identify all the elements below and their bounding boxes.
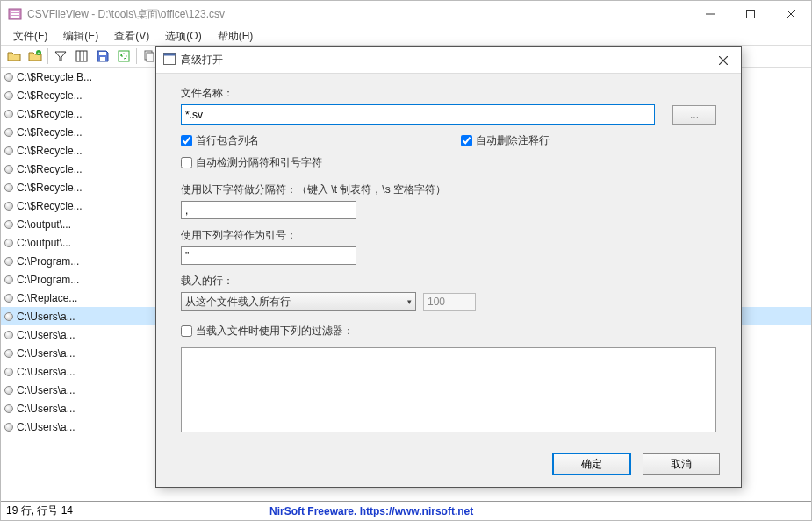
row-icon [4, 110, 13, 118]
svg-rect-13 [99, 52, 106, 55]
quote-input[interactable] [181, 246, 356, 265]
load-lines-label: 载入的行： [181, 274, 716, 289]
row-icon [4, 257, 13, 266]
row-icon [4, 294, 13, 303]
menu-help[interactable]: 帮助(H) [211, 27, 261, 46]
svg-rect-17 [147, 53, 154, 61]
row-icon [4, 312, 13, 321]
row-icon [4, 91, 13, 100]
row-path: C:\Program... [17, 255, 79, 268]
row-path: C:\Replace... [17, 292, 77, 304]
cancel-button[interactable]: 取消 [643, 453, 720, 475]
menu-edit[interactable]: 编辑(E) [56, 27, 105, 46]
svg-rect-1 [11, 11, 19, 12]
dialog-titlebar: 高级打开 [156, 47, 741, 74]
row-icon [4, 275, 13, 284]
svg-rect-15 [119, 51, 129, 61]
row-path: C:\$Recycle... [17, 108, 83, 120]
row-icon [4, 368, 13, 376]
row-path: C:\output\... [17, 218, 71, 231]
row-path: C:\$Recycle... [17, 145, 83, 157]
statusbar: 19 行, 行号 14 NirSoft Freeware. https://ww… [1, 501, 811, 520]
titlebar: CSVFileView - D:\tools\桌面\office\123.csv [1, 1, 811, 27]
row-path: C:\Users\a... [17, 384, 75, 396]
row-icon [4, 183, 13, 192]
row-icon [4, 386, 13, 395]
columns-icon[interactable] [72, 46, 91, 66]
save-icon[interactable] [93, 46, 112, 66]
row-icon [4, 239, 13, 247]
menu-file[interactable]: 文件(F) [6, 27, 54, 46]
refresh-icon[interactable] [114, 46, 133, 66]
svg-rect-3 [11, 16, 19, 18]
chevron-down-icon: ▾ [407, 297, 412, 306]
open-icon[interactable] [4, 46, 24, 66]
row-icon [4, 202, 13, 211]
dialog-icon [163, 53, 176, 68]
open-plus-icon[interactable]: + [25, 46, 45, 66]
filename-label: 文件名称： [181, 86, 716, 101]
advanced-open-dialog: 高级打开 文件名称： ... 首行包含列名 自动删除注释行 自动检测分隔符和引号… [155, 46, 742, 488]
row-path: C:\Users\a... [17, 366, 75, 378]
row-icon [4, 349, 13, 358]
svg-rect-2 [11, 13, 19, 15]
row-path: C:\Users\a... [17, 310, 75, 323]
svg-text:+: + [38, 50, 40, 55]
minimize-button[interactable] [690, 1, 730, 27]
row-icon [4, 165, 13, 174]
row-icon [4, 220, 13, 229]
load-lines-count-input[interactable] [423, 293, 476, 311]
ok-button[interactable]: 确定 [553, 453, 630, 475]
row-path: C:\Users\a... [17, 421, 75, 433]
load-lines-dropdown[interactable]: 从这个文件载入所有行 ▾ [181, 292, 416, 311]
row-path: C:\Users\a... [17, 403, 75, 415]
row-path: C:\$Recycle.B... [17, 71, 92, 83]
toolbar-separator [47, 48, 48, 64]
browse-button[interactable]: ... [672, 105, 716, 125]
row-path: C:\$Recycle... [17, 89, 83, 102]
status-left: 19 行, 行号 14 [6, 503, 269, 518]
status-link[interactable]: NirSoft Freeware. https://www.nirsoft.ne… [269, 505, 473, 517]
auto-detect-checkbox[interactable]: 自动检测分隔符和引号字符 [181, 155, 716, 170]
row-icon [4, 331, 13, 339]
close-button[interactable] [771, 1, 811, 27]
maximize-button[interactable] [730, 1, 771, 27]
row-icon [4, 146, 13, 155]
svg-rect-14 [100, 57, 105, 61]
filter-textarea[interactable] [181, 347, 716, 432]
toolbar-separator [136, 48, 137, 64]
svg-rect-10 [76, 51, 87, 61]
use-filter-checkbox[interactable]: 当载入文件时使用下列的过滤器： [181, 324, 716, 339]
dialog-close-button[interactable] [706, 47, 741, 74]
window-title: CSVFileView - D:\tools\桌面\office\123.csv [27, 7, 690, 22]
row-icon [4, 423, 13, 432]
row-icon [4, 73, 13, 82]
delimiter-input[interactable] [181, 201, 356, 219]
menu-options[interactable]: 选项(O) [158, 27, 208, 46]
row-path: C:\$Recycle... [17, 182, 83, 194]
filter-icon[interactable] [51, 46, 70, 66]
quote-label: 使用下列字符作为引号： [181, 228, 716, 243]
row-path: C:\$Recycle... [17, 126, 83, 139]
row-path: C:\Program... [17, 274, 79, 286]
dialog-title: 高级打开 [181, 53, 706, 68]
menu-view[interactable]: 查看(V) [107, 27, 156, 46]
svg-rect-5 [747, 11, 755, 18]
row-icon [4, 128, 13, 137]
filename-input[interactable] [181, 104, 655, 125]
svg-rect-19 [164, 54, 176, 56]
delimiter-label: 使用以下字符做分隔符：（键入 \t 制表符，\s 空格字符） [181, 182, 716, 197]
row-path: C:\Users\a... [17, 329, 75, 341]
row-path: C:\$Recycle... [17, 163, 83, 175]
row-path: C:\Users\a... [17, 347, 75, 360]
row-icon [4, 404, 13, 413]
first-row-header-checkbox[interactable]: 首行包含列名 [181, 133, 259, 148]
app-icon [8, 7, 22, 21]
row-path: C:\output\... [17, 237, 71, 249]
row-path: C:\$Recycle... [17, 200, 83, 212]
auto-delete-comment-checkbox[interactable]: 自动删除注释行 [461, 133, 550, 148]
menubar: 文件(F) 编辑(E) 查看(V) 选项(O) 帮助(H) [1, 27, 811, 45]
